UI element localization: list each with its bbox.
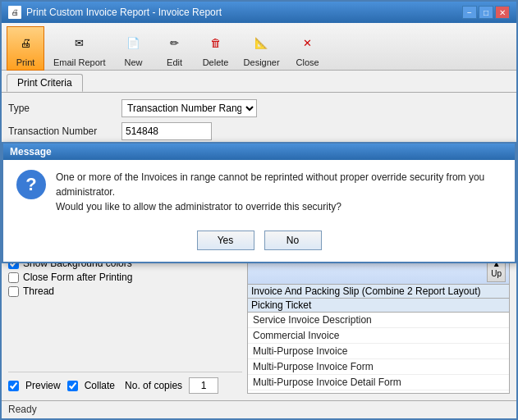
main-layout: Show Background colors Close Form after …	[8, 252, 510, 394]
close-form-row: Close Form after Printing	[8, 272, 242, 283]
main-window: 🖨 Print Custom Invoice Report - Invoice …	[0, 0, 518, 420]
designer-label: Designer	[244, 57, 280, 67]
message-dialog-title: Message	[3, 144, 515, 160]
message-buttons: Yes No	[3, 224, 515, 262]
email-report-button[interactable]: ✉ Email Report	[48, 26, 112, 71]
email-icon: ✉	[66, 30, 93, 56]
toolbar: 🖨 Print ✉ Email Report 📄 New ✏ Edit 🗑 De…	[2, 23, 516, 71]
print-label: Print	[16, 57, 35, 67]
close-toolbar-button[interactable]: ✕ Close	[289, 26, 327, 71]
close-form-checkbox[interactable]	[8, 272, 19, 283]
message-line2: Would you like to allow the administrato…	[56, 201, 342, 212]
thread-row: Thread	[8, 285, 242, 297]
app-icon: 🖨	[8, 6, 21, 19]
collate-label: Collate	[85, 380, 115, 391]
right-report-panel: ▲ Up Invoice And Packing Slip (Combine 2…	[247, 252, 510, 394]
bottom-row: Preview Collate No. of copies	[8, 372, 242, 394]
status-bar: Ready	[2, 400, 516, 418]
delete-icon: 🗑	[203, 30, 229, 56]
tab-bar: Print Criteria	[2, 71, 516, 93]
form-transaction-row: Transaction Number	[8, 122, 510, 140]
maximize-button[interactable]: □	[479, 6, 493, 19]
report-list: Service Invoice DescriptionCommercial In…	[248, 313, 509, 393]
close-toolbar-label: Close	[296, 57, 319, 67]
content-area: Type Transaction Number Range Date Range…	[2, 93, 516, 400]
copies-label: No. of copies	[125, 380, 182, 391]
close-form-label: Close Form after Printing	[23, 272, 132, 283]
preview-checkbox[interactable]	[8, 381, 19, 391]
title-controls: − □ ✕	[462, 6, 510, 19]
window-close-button[interactable]: ✕	[495, 6, 510, 19]
tab-print-criteria[interactable]: Print Criteria	[7, 74, 83, 92]
transaction-number-label: Transaction Number	[8, 126, 115, 137]
yes-button[interactable]: Yes	[197, 231, 254, 250]
collate-checkbox[interactable]	[67, 381, 78, 391]
email-label: Email Report	[53, 57, 106, 67]
message-question-icon: ?	[16, 170, 46, 199]
top-report-item-1[interactable]: Invoice And Packing Slip (Combine 2 Repo…	[248, 285, 509, 299]
edit-icon: ✏	[162, 30, 188, 56]
window-title: Print Custom Invoice Report - Invoice Re…	[26, 7, 222, 18]
report-list-item[interactable]: Multi-Purpose Invoice	[248, 344, 509, 359]
edit-button[interactable]: ✏ Edit	[156, 26, 194, 71]
top-report-label-2: Picking Ticket	[251, 299, 311, 311]
designer-button[interactable]: 📐 Designer	[238, 26, 286, 71]
report-list-item[interactable]: Multi-Purpose Invoice Form	[248, 359, 509, 375]
edit-label: Edit	[167, 57, 182, 67]
report-list-item[interactable]: Service Invoice Description	[248, 313, 509, 328]
report-list-item[interactable]: Multi-Purpose Invoice Detail Form	[248, 375, 509, 390]
title-bar-left: 🖨 Print Custom Invoice Report - Invoice …	[8, 6, 222, 19]
thread-label: Thread	[23, 285, 54, 297]
form-type-row: Type Transaction Number Range Date Range…	[8, 99, 510, 117]
up-label: Up	[491, 269, 502, 278]
message-dialog: Message ? One or more of the Invoices in…	[2, 142, 516, 263]
message-line1: One or more of the Invoices in range can…	[56, 171, 484, 198]
delete-label: Delete	[203, 57, 229, 67]
report-list-item[interactable]: Multi-Purpose Invoice Description Form	[248, 390, 509, 393]
print-button[interactable]: 🖨 Print	[7, 26, 44, 71]
close-toolbar-icon: ✕	[295, 30, 321, 56]
type-select[interactable]: Transaction Number Range Date Range Cust…	[121, 99, 257, 117]
no-button[interactable]: No	[264, 231, 322, 250]
type-label: Type	[8, 103, 115, 114]
new-icon: 📄	[121, 30, 147, 56]
title-bar: 🖨 Print Custom Invoice Report - Invoice …	[2, 2, 516, 23]
message-body: ? One or more of the Invoices in range c…	[3, 160, 515, 224]
delete-button[interactable]: 🗑 Delete	[197, 26, 235, 71]
designer-icon: 📐	[249, 30, 275, 56]
left-panel: Show Background colors Close Form after …	[8, 252, 242, 394]
copies-input[interactable]	[189, 377, 218, 394]
new-label: New	[125, 57, 143, 67]
report-list-item[interactable]: Commercial Invoice	[248, 328, 509, 344]
transaction-number-input[interactable]	[121, 122, 212, 140]
new-button[interactable]: 📄 New	[115, 26, 153, 71]
thread-checkbox[interactable]	[8, 286, 19, 297]
message-text: One or more of the Invoices in range can…	[56, 170, 502, 214]
print-icon: 🖨	[12, 30, 39, 56]
status-text: Ready	[8, 404, 37, 415]
preview-label: Preview	[25, 380, 61, 391]
top-report-label-1: Invoice And Packing Slip (Combine 2 Repo…	[251, 285, 481, 297]
minimize-button[interactable]: −	[462, 6, 477, 19]
top-report-item-2[interactable]: Picking Ticket	[248, 299, 509, 313]
